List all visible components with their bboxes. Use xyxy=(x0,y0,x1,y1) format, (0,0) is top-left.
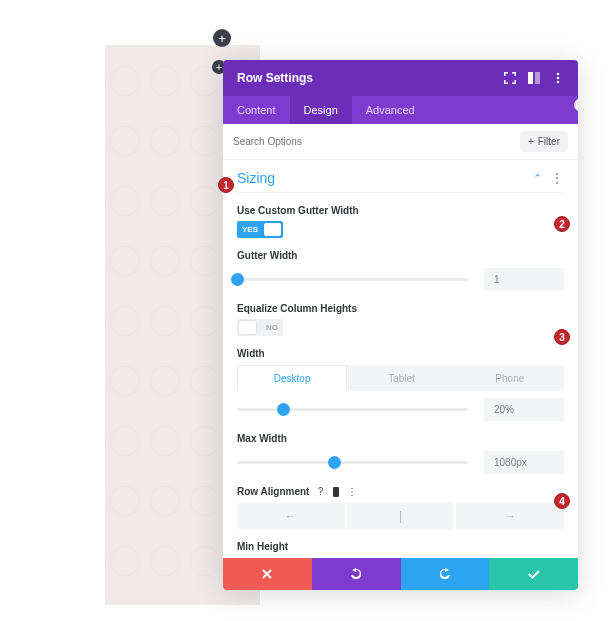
align-center-option[interactable]: | xyxy=(347,503,455,529)
svg-rect-0 xyxy=(528,72,533,84)
field-max-width: Max Width xyxy=(237,433,564,474)
save-button[interactable] xyxy=(489,558,578,590)
input-max-width[interactable] xyxy=(484,451,564,474)
callout-marker-3: 3 xyxy=(554,329,570,345)
slider-gutter-width[interactable] xyxy=(237,272,468,288)
section-title: Sizing xyxy=(237,170,275,186)
snap-icon[interactable] xyxy=(528,72,540,84)
field-row-alignment: Row Alignment ? ⋮ ← | → xyxy=(237,486,564,529)
svg-point-3 xyxy=(557,77,560,80)
modal-header: Row Settings xyxy=(223,60,578,96)
modal-body[interactable]: Sizing ⌃ ⋮ Use Custom Gutter Width YES G… xyxy=(223,160,578,558)
slider-max-width[interactable] xyxy=(237,455,468,471)
toggle-knob xyxy=(264,223,281,236)
field-use-custom-gutter: Use Custom Gutter Width YES xyxy=(237,205,564,238)
expand-icon[interactable] xyxy=(504,72,516,84)
tab-bar: Content Design Advanced xyxy=(223,96,578,124)
undo-button[interactable] xyxy=(312,558,401,590)
label-max-width: Max Width xyxy=(237,433,564,444)
redo-button[interactable] xyxy=(401,558,490,590)
device-tab-phone[interactable]: Phone xyxy=(456,365,564,391)
tab-design[interactable]: Design xyxy=(290,96,352,124)
section-head-sizing[interactable]: Sizing ⌃ ⋮ xyxy=(237,160,564,193)
help-icon[interactable]: ? xyxy=(315,487,325,497)
responsive-icon[interactable] xyxy=(331,487,341,497)
modal-header-actions xyxy=(504,72,564,84)
toggle-state-text: NO xyxy=(261,323,283,332)
kebab-icon[interactable] xyxy=(552,72,564,84)
search-row: + Filter xyxy=(223,124,578,160)
hover-kebab-icon[interactable]: ⋮ xyxy=(347,487,357,497)
toggle-state-text: YES xyxy=(237,225,263,234)
modal-footer xyxy=(223,558,578,590)
field-width: Width Desktop Tablet Phone xyxy=(237,348,564,421)
filter-button[interactable]: + Filter xyxy=(520,131,568,152)
plus-icon: + xyxy=(528,136,534,147)
field-gutter-width: Gutter Width xyxy=(237,250,564,291)
toggle-equalize[interactable]: NO xyxy=(237,319,283,336)
search-input[interactable] xyxy=(233,136,520,147)
field-equalize: Equalize Column Heights NO xyxy=(237,303,564,336)
field-min-height: Min Height xyxy=(237,541,564,558)
input-width[interactable] xyxy=(484,398,564,421)
section-kebab-icon[interactable]: ⋮ xyxy=(550,175,564,182)
align-right-option[interactable]: → xyxy=(456,503,564,529)
toggle-use-custom-gutter[interactable]: YES xyxy=(237,221,283,238)
device-tab-tablet[interactable]: Tablet xyxy=(347,365,455,391)
row-settings-modal: Row Settings Content Design Advanced + F… xyxy=(223,60,578,590)
filter-label: Filter xyxy=(538,136,560,147)
label-row-alignment: Row Alignment xyxy=(237,486,309,497)
callout-marker-4: 4 xyxy=(554,493,570,509)
label-width: Width xyxy=(237,348,564,359)
label-equalize: Equalize Column Heights xyxy=(237,303,564,314)
slider-width[interactable] xyxy=(237,402,468,418)
callout-marker-1: 1 xyxy=(218,177,234,193)
label-use-custom-gutter: Use Custom Gutter Width xyxy=(237,205,564,216)
label-gutter-width: Gutter Width xyxy=(237,250,564,261)
label-min-height: Min Height xyxy=(237,541,564,552)
tab-content[interactable]: Content xyxy=(223,96,290,124)
callout-marker-2: 2 xyxy=(554,216,570,232)
device-tab-desktop[interactable]: Desktop xyxy=(237,365,347,391)
discard-button[interactable] xyxy=(223,558,312,590)
chevron-up-icon[interactable]: ⌃ xyxy=(533,172,542,185)
toggle-knob xyxy=(239,321,256,334)
tab-advanced[interactable]: Advanced xyxy=(352,96,429,124)
add-section-button[interactable]: + xyxy=(213,29,231,47)
svg-point-2 xyxy=(557,73,560,76)
svg-rect-5 xyxy=(333,487,339,497)
modal-title: Row Settings xyxy=(237,71,313,85)
svg-rect-1 xyxy=(535,72,540,84)
svg-point-4 xyxy=(557,81,560,84)
align-left-option[interactable]: ← xyxy=(237,503,345,529)
input-gutter-width[interactable] xyxy=(484,268,564,291)
